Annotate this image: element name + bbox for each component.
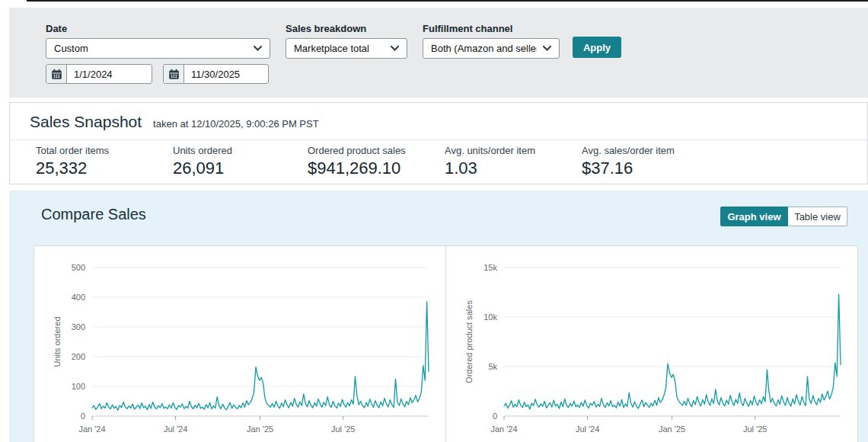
units-ordered-chart[interactable]: 0100200300400500Jan '24Jul '24Jan '25Jul… xyxy=(34,245,446,442)
start-date-input[interactable]: 1/1/2024 xyxy=(46,64,152,84)
metric-label: Ordered product sales xyxy=(308,145,445,156)
y-axis-title: Ordered product sales xyxy=(464,300,474,383)
svg-text:Jan '25: Jan '25 xyxy=(659,424,685,434)
sales-snapshot-title: Sales Snapshot xyxy=(30,113,142,131)
snapshot-timestamp: taken at 12/10/2025, 9:00:26 PM PST xyxy=(153,118,319,130)
metric-value: 25,332 xyxy=(36,159,173,178)
svg-text:500: 500 xyxy=(72,263,85,272)
chevron-down-icon xyxy=(543,46,551,51)
apply-button[interactable]: Apply xyxy=(573,37,621,58)
svg-text:100: 100 xyxy=(72,382,85,391)
sales-breakdown-value: Marketplace total xyxy=(294,43,385,54)
svg-text:Jul '24: Jul '24 xyxy=(164,424,187,434)
chevron-down-icon xyxy=(391,46,399,51)
calendar-icon[interactable] xyxy=(164,65,184,83)
sales-breakdown-label: Sales breakdown xyxy=(286,23,366,34)
snapshot-divider xyxy=(10,139,867,140)
date-range-value: Custom xyxy=(54,43,247,54)
compare-sales-section: Compare Sales Graph view Table view 0100… xyxy=(9,191,868,442)
graph-view-button[interactable]: Graph view xyxy=(720,207,788,226)
svg-text:Jul '25: Jul '25 xyxy=(743,424,767,434)
metric-value: $941,269.10 xyxy=(308,159,445,178)
metric-label: Total order items xyxy=(36,145,173,156)
sales-dashboard-page: Date Custom 1/1/2024 xyxy=(0,0,868,442)
svg-text:Jul '24: Jul '24 xyxy=(576,424,599,434)
svg-text:5k: 5k xyxy=(488,362,497,371)
top-divider xyxy=(27,0,868,2)
sales-breakdown-select[interactable]: Marketplace total xyxy=(286,38,407,59)
metric-ordered-product-sales: Ordered product sales $941,269.10 xyxy=(308,145,445,178)
metric-avg-sales-per-order: Avg. sales/order item $37.16 xyxy=(582,145,675,178)
date-range-select[interactable]: Custom xyxy=(46,38,270,59)
svg-text:0: 0 xyxy=(81,412,85,421)
metric-label: Avg. units/order item xyxy=(445,145,582,156)
end-date-value: 11/30/2025 xyxy=(184,65,247,83)
fulfillment-channel-label: Fulfillment channel xyxy=(423,23,512,34)
filter-panel: Date Custom 1/1/2024 xyxy=(9,8,868,98)
metric-label: Units ordered xyxy=(173,145,308,156)
charts-row: 0100200300400500Jan '24Jul '24Jan '25Jul… xyxy=(34,245,858,442)
snapshot-metrics: Total order items 25,332 Units ordered 2… xyxy=(10,145,867,178)
chart-svg: 0100200300400500Jan '24Jul '24Jan '25Jul… xyxy=(34,246,445,442)
start-date-value: 1/1/2024 xyxy=(67,65,120,83)
metric-value: 26,091 xyxy=(173,159,308,178)
metric-value: 1.03 xyxy=(445,159,582,178)
chart-svg: 05k10k15kJan '24Jul '24Jan '25Jul '25Ord… xyxy=(446,246,857,442)
compare-sales-title: Compare Sales xyxy=(41,206,146,223)
svg-text:200: 200 xyxy=(72,352,85,361)
series-line xyxy=(92,302,429,410)
fulfillment-channel-value: Both (Amazon and seller) xyxy=(431,43,537,54)
sales-snapshot-card: Sales Snapshot taken at 12/10/2025, 9:00… xyxy=(9,102,868,184)
metric-avg-units-per-order: Avg. units/order item 1.03 xyxy=(445,145,582,178)
metric-total-order-items: Total order items 25,332 xyxy=(36,145,173,178)
table-view-button[interactable]: Table view xyxy=(788,207,847,226)
ordered-product-sales-chart[interactable]: 05k10k15kJan '24Jul '24Jan '25Jul '25Ord… xyxy=(445,245,858,442)
svg-text:15k: 15k xyxy=(483,263,497,272)
svg-text:Jul '25: Jul '25 xyxy=(331,424,355,434)
svg-text:Jan '24: Jan '24 xyxy=(78,424,105,434)
series-line xyxy=(504,294,841,409)
chevron-down-icon xyxy=(254,46,262,51)
metric-label: Avg. sales/order item xyxy=(582,145,675,156)
calendar-icon[interactable] xyxy=(46,65,67,83)
view-toggle: Graph view Table view xyxy=(720,207,847,226)
svg-text:Jan '25: Jan '25 xyxy=(247,424,273,434)
svg-text:400: 400 xyxy=(72,293,85,302)
metric-value: $37.16 xyxy=(582,159,675,178)
metric-units-ordered: Units ordered 26,091 xyxy=(173,145,308,178)
end-date-input[interactable]: 11/30/2025 xyxy=(163,64,269,84)
y-axis-title: Units ordered xyxy=(53,316,62,367)
svg-text:0: 0 xyxy=(493,412,497,421)
date-filter-label: Date xyxy=(46,23,67,34)
svg-text:10k: 10k xyxy=(483,312,497,322)
svg-text:300: 300 xyxy=(72,322,85,332)
svg-text:Jan '24: Jan '24 xyxy=(490,424,517,434)
fulfillment-channel-select[interactable]: Both (Amazon and seller) xyxy=(423,38,560,59)
